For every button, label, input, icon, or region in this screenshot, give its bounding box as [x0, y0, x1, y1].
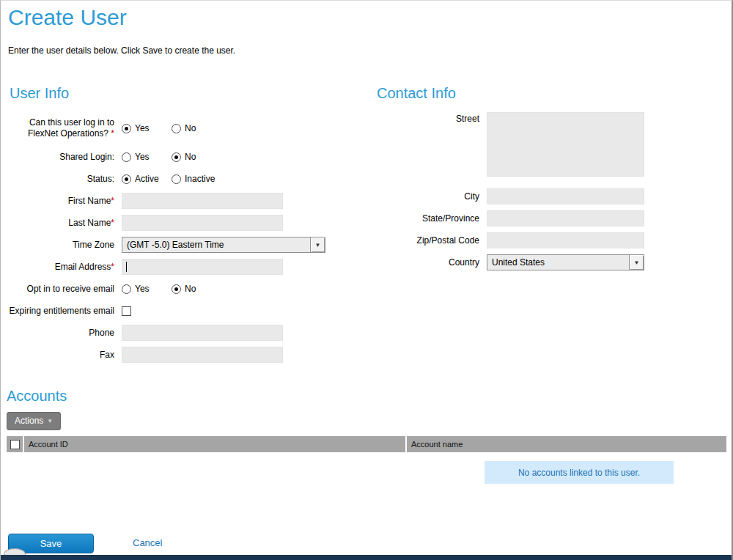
city-field[interactable] [487, 188, 644, 205]
bottom-bar [1, 555, 732, 560]
opt-in-yes-radio[interactable] [122, 284, 131, 294]
opt-in-row: Opt in to receive email Yes No [1, 278, 367, 300]
email-field[interactable] [122, 259, 283, 275]
shared-login-yes-option: Yes [122, 152, 172, 162]
shared-login-no-option: No [172, 152, 196, 162]
chevron-down-icon[interactable]: ▼ [629, 255, 644, 270]
column-header-account-id: Account ID [24, 436, 407, 452]
shared-login-label: Shared Login: [1, 152, 122, 163]
status-label: Status: [1, 174, 122, 185]
fax-row: Fax [1, 344, 367, 366]
login-question-label: Can this user log in to FlexNet Operatio… [1, 117, 122, 139]
country-row: Country United States ▼ [371, 251, 732, 273]
user-info-heading: User Info [10, 85, 367, 102]
accounts-table-header: Account ID Account name [7, 436, 726, 452]
shared-login-no-radio[interactable] [172, 152, 181, 162]
last-name-row: Last Name* [1, 212, 367, 234]
email-field-wrap [122, 259, 283, 275]
chevron-down-icon[interactable]: ▼ [310, 237, 325, 252]
country-label: Country [371, 257, 487, 268]
accounts-heading: Accounts [7, 388, 733, 405]
contact-info-heading: Contact Info [377, 85, 732, 102]
city-label: City [371, 191, 487, 202]
login-yes-radio[interactable] [122, 124, 131, 133]
status-inactive-radio[interactable] [172, 174, 181, 184]
time-zone-row: Time Zone (GMT -5.0) Eastern Time ▼ [1, 234, 367, 256]
no-accounts-message: No accounts linked to this user. [485, 461, 674, 484]
city-row: City [371, 185, 732, 207]
expiring-email-row: Expiring entitlements email [1, 300, 367, 322]
login-no-option: No [172, 123, 196, 133]
accounts-section: Accounts Actions ▼ Account ID Account na… [1, 388, 733, 452]
expiring-email-label: Expiring entitlements email [1, 306, 122, 317]
state-row: State/Province [371, 207, 732, 229]
cancel-link[interactable]: Cancel [133, 537, 162, 548]
time-zone-label: Time Zone [1, 240, 122, 251]
column-header-account-name: Account name [407, 436, 726, 452]
email-row: Email Address* [1, 256, 367, 278]
email-label: Email Address* [1, 262, 122, 273]
last-name-field[interactable] [122, 215, 283, 231]
contact-info-section: Contact Info Street City State/Province … [371, 85, 732, 273]
required-asterisk: * [111, 218, 114, 228]
zip-row: Zip/Postal Code [371, 229, 732, 251]
status-active-option: Active [122, 174, 172, 184]
page-subtitle: Enter the user details below. Click Save… [8, 45, 235, 56]
first-name-label: First Name* [1, 196, 122, 207]
first-name-row: First Name* [1, 190, 367, 212]
time-zone-value: (GMT -5.0) Eastern Time [122, 237, 310, 252]
fax-field[interactable] [122, 347, 283, 363]
chevron-down-icon: ▼ [47, 418, 53, 424]
login-question-row: Can this user log in to FlexNet Operatio… [1, 112, 367, 144]
country-select[interactable]: United States ▼ [487, 254, 644, 270]
last-name-label: Last Name* [1, 218, 122, 229]
actions-button[interactable]: Actions ▼ [7, 412, 61, 430]
opt-in-no-radio[interactable] [172, 284, 181, 294]
login-no-radio[interactable] [172, 124, 181, 133]
phone-field[interactable] [122, 325, 283, 341]
phone-label: Phone [1, 328, 122, 339]
text-cursor [126, 262, 127, 272]
first-name-field[interactable] [122, 193, 283, 209]
required-asterisk: * [111, 196, 114, 206]
expiring-email-checkbox[interactable] [122, 306, 131, 316]
time-zone-select[interactable]: (GMT -5.0) Eastern Time ▼ [122, 237, 325, 253]
state-label: State/Province [371, 213, 487, 224]
select-all-checkbox[interactable] [10, 440, 20, 449]
page-title: Create User [8, 5, 127, 30]
opt-in-label: Opt in to receive email [1, 284, 122, 295]
user-info-section: User Info Can this user log in to FlexNe… [1, 85, 367, 366]
select-all-cell [7, 436, 24, 452]
shared-login-yes-radio[interactable] [122, 152, 131, 162]
status-active-radio[interactable] [122, 174, 131, 184]
street-field[interactable] [487, 112, 644, 177]
zip-field[interactable] [487, 232, 644, 248]
status-row: Status: Active Inactive [1, 168, 367, 190]
shared-login-row: Shared Login: Yes No [1, 146, 367, 168]
login-yes-option: Yes [122, 123, 172, 133]
country-value: United States [487, 255, 629, 270]
state-field[interactable] [487, 210, 644, 226]
required-asterisk: * [111, 128, 114, 139]
required-asterisk: * [111, 262, 114, 272]
zip-label: Zip/Postal Code [371, 235, 487, 246]
street-label: Street [371, 112, 487, 125]
status-inactive-option: Inactive [172, 174, 215, 184]
opt-in-yes-option: Yes [122, 284, 172, 294]
opt-in-no-option: No [172, 284, 196, 294]
street-row: Street [371, 112, 732, 177]
create-user-page: Create User Enter the user details below… [0, 0, 733, 560]
fax-label: Fax [1, 350, 122, 361]
phone-row: Phone [1, 322, 367, 344]
